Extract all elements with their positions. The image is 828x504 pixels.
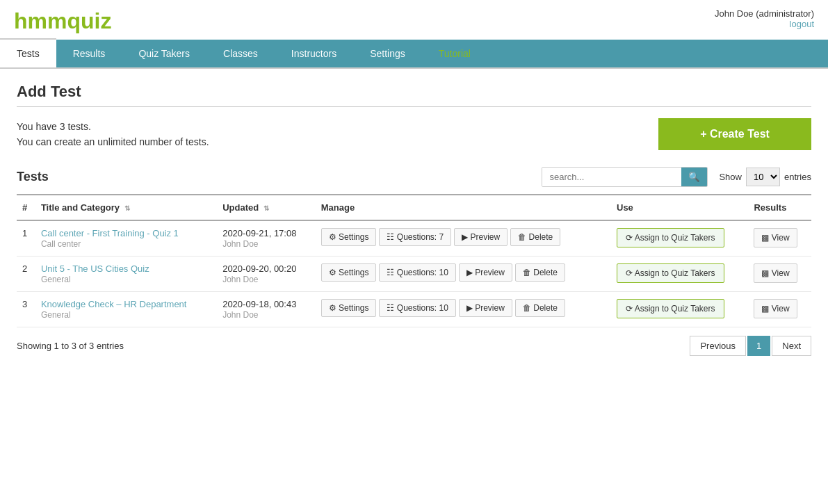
tests-section-header: Tests 🔍 Show 10 25 50 entries: [17, 167, 811, 187]
nav-item-results[interactable]: Results: [56, 40, 122, 67]
row-results-2: ▩ View: [748, 257, 811, 292]
main-nav: Tests Results Quiz Takers Classes Instru…: [0, 40, 828, 69]
info-row: You have 3 tests. You can create an unli…: [17, 118, 811, 150]
info-text: You have 3 tests. You can create an unli…: [17, 119, 209, 150]
next-button[interactable]: Next: [772, 336, 811, 356]
row-use-3: ⟳ Assign to Quiz Takers: [611, 292, 748, 327]
nav-item-classes[interactable]: Classes: [206, 40, 275, 67]
preview-button-3[interactable]: ▶ Preview: [459, 299, 512, 317]
row-title-3: Knowledge Check – HR Department General: [35, 292, 217, 327]
row-manage-2: ⚙ Settings ☷ Questions: 10 ▶ Preview 🗑 D…: [316, 257, 611, 292]
nav-item-tests[interactable]: Tests: [0, 38, 56, 67]
questions-button-1[interactable]: ☷ Questions: 7: [379, 228, 451, 246]
col-updated[interactable]: Updated ⇅: [217, 195, 316, 220]
assign-button-1[interactable]: ⟳ Assign to Quiz Takers: [617, 228, 724, 247]
test-category-1: Call center: [41, 239, 81, 249]
search-input[interactable]: [542, 168, 681, 186]
entries-label: entries: [784, 172, 811, 182]
sort-title-icon: ⇅: [124, 204, 130, 212]
page-title: Add Test: [17, 83, 811, 101]
col-title[interactable]: Title and Category ⇅: [35, 195, 217, 220]
row-num-2: 2: [17, 257, 35, 292]
col-results: Results: [748, 195, 811, 220]
updated-by-3: John Doe: [222, 310, 258, 320]
updated-date-1: 2020-09-21, 17:08: [222, 228, 296, 238]
table-row: 1 Call center - First Training - Quiz 1 …: [17, 220, 811, 257]
row-title-2: Unit 5 - The US Cities Quiz General: [35, 257, 217, 292]
assign-button-3[interactable]: ⟳ Assign to Quiz Takers: [617, 299, 724, 318]
view-button-1[interactable]: ▩ View: [754, 228, 797, 247]
nav-item-quiz-takers[interactable]: Quiz Takers: [122, 40, 206, 67]
logo-hmm: hmm: [14, 8, 67, 33]
delete-button-2[interactable]: 🗑 Delete: [515, 263, 565, 282]
settings-button-2[interactable]: ⚙ Settings: [321, 263, 377, 282]
row-use-1: ⟳ Assign to Quiz Takers: [611, 220, 748, 257]
pagination: Previous 1 Next: [690, 336, 811, 356]
assign-button-2[interactable]: ⟳ Assign to Quiz Takers: [617, 263, 724, 283]
questions-button-2[interactable]: ☷ Questions: 10: [379, 263, 455, 282]
row-updated-3: 2020-09-18, 00:43 John Doe: [217, 292, 316, 327]
col-use: Use: [611, 195, 748, 220]
updated-date-3: 2020-09-18, 00:43: [222, 299, 296, 309]
showing-text: Showing 1 to 3 of 3 entries: [17, 341, 124, 351]
logout-link[interactable]: logout: [715, 19, 814, 29]
header: hmmquiz John Doe (administrator) logout: [0, 0, 828, 40]
nav-item-instructors[interactable]: Instructors: [275, 40, 353, 67]
user-info: John Doe (administrator) logout: [715, 8, 814, 29]
row-results-1: ▩ View: [748, 220, 811, 257]
tests-table: # Title and Category ⇅ Updated ⇅ Manage …: [17, 194, 811, 327]
col-manage: Manage: [316, 195, 611, 220]
logo-quiz: quiz: [67, 8, 111, 33]
tests-section-title: Tests: [17, 170, 49, 184]
view-button-3[interactable]: ▩ View: [754, 299, 797, 318]
updated-by-1: John Doe: [222, 239, 258, 249]
updated-date-2: 2020-09-20, 00:20: [222, 263, 296, 274]
col-num: #: [17, 195, 35, 220]
show-label: Show: [719, 172, 742, 182]
test-title-link-3[interactable]: Knowledge Check – HR Department: [41, 299, 211, 309]
page-1-button[interactable]: 1: [747, 336, 770, 356]
row-manage-1: ⚙ Settings ☷ Questions: 7 ▶ Preview 🗑 De…: [316, 220, 611, 257]
test-category-2: General: [41, 275, 71, 284]
show-entries: Show 10 25 50 entries: [719, 168, 811, 186]
create-test-button[interactable]: + Create Test: [658, 118, 811, 150]
info-line1: You have 3 tests.: [17, 119, 209, 134]
search-box: 🔍: [542, 167, 708, 187]
entries-select[interactable]: 10 25 50: [746, 168, 780, 186]
settings-button-1[interactable]: ⚙ Settings: [321, 228, 377, 246]
row-use-2: ⟳ Assign to Quiz Takers: [611, 257, 748, 292]
delete-button-1[interactable]: 🗑 Delete: [510, 228, 560, 246]
row-num-1: 1: [17, 220, 35, 257]
preview-button-2[interactable]: ▶ Preview: [459, 263, 512, 282]
updated-by-2: John Doe: [222, 275, 258, 284]
test-category-3: General: [41, 310, 71, 320]
row-manage-3: ⚙ Settings ☷ Questions: 10 ▶ Preview 🗑 D…: [316, 292, 611, 327]
test-title-link-1[interactable]: Call center - First Training - Quiz 1: [41, 228, 211, 238]
delete-button-3[interactable]: 🗑 Delete: [515, 299, 565, 317]
questions-button-3[interactable]: ☷ Questions: 10: [379, 299, 455, 317]
test-title-link-2[interactable]: Unit 5 - The US Cities Quiz: [41, 263, 211, 274]
nav-item-tutorial[interactable]: Tutorial: [422, 40, 487, 67]
search-icon: 🔍: [688, 172, 700, 182]
settings-button-3[interactable]: ⚙ Settings: [321, 299, 377, 317]
row-num-3: 3: [17, 292, 35, 327]
table-row: 3 Knowledge Check – HR Department Genera…: [17, 292, 811, 327]
search-button[interactable]: 🔍: [681, 168, 707, 186]
search-show-row: 🔍 Show 10 25 50 entries: [542, 167, 811, 187]
preview-button-1[interactable]: ▶ Preview: [454, 228, 508, 246]
divider: [17, 106, 811, 107]
table-row: 2 Unit 5 - The US Cities Quiz General 20…: [17, 257, 811, 292]
username-label: John Doe (administrator): [715, 8, 814, 19]
row-updated-1: 2020-09-21, 17:08 John Doe: [217, 220, 316, 257]
sort-updated-icon: ⇅: [263, 204, 269, 212]
info-line2: You can create an unlimited number of te…: [17, 134, 209, 149]
row-title-1: Call center - First Training - Quiz 1 Ca…: [35, 220, 217, 257]
row-results-3: ▩ View: [748, 292, 811, 327]
row-updated-2: 2020-09-20, 00:20 John Doe: [217, 257, 316, 292]
logo: hmmquiz: [14, 8, 111, 34]
view-button-2[interactable]: ▩ View: [754, 263, 797, 283]
main-content: Add Test You have 3 tests. You can creat…: [0, 69, 828, 370]
nav-item-settings[interactable]: Settings: [353, 40, 422, 67]
table-footer: Showing 1 to 3 of 3 entries Previous 1 N…: [17, 336, 811, 356]
previous-button[interactable]: Previous: [690, 336, 746, 356]
